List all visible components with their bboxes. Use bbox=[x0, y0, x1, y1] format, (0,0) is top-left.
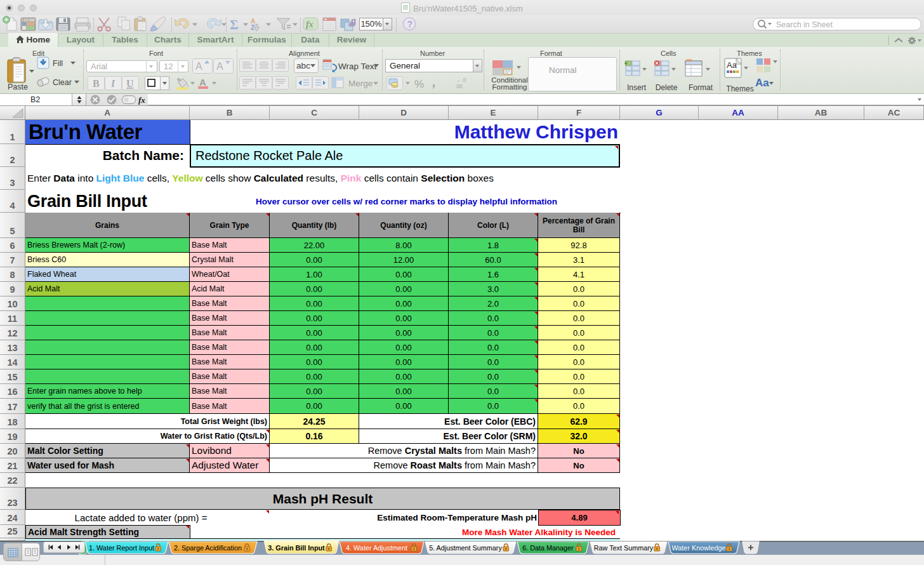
svg-text:Aa: Aa bbox=[755, 77, 769, 89]
svg-text:1. Water Report Input: 1. Water Report Input bbox=[89, 544, 154, 552]
svg-text:Water Knowledge: Water Knowledge bbox=[672, 544, 726, 552]
svg-text:←.0: ←.0 bbox=[456, 77, 466, 83]
svg-text:Merge: Merge bbox=[348, 79, 373, 88]
svg-text:abc: abc bbox=[296, 61, 310, 70]
svg-text:B: B bbox=[93, 78, 100, 89]
svg-text:Wrap Text: Wrap Text bbox=[338, 62, 377, 71]
svg-text:3. Grain Bill Input: 3. Grain Bill Input bbox=[268, 544, 325, 552]
svg-text:,: , bbox=[432, 76, 435, 89]
svg-text:.00: .00 bbox=[455, 83, 463, 90]
svg-text:?: ? bbox=[407, 19, 413, 29]
svg-text:fx: fx bbox=[306, 20, 314, 29]
svg-text:4. Water Adjustment: 4. Water Adjustment bbox=[346, 544, 407, 552]
svg-text:fx: fx bbox=[138, 95, 145, 105]
svg-text:%: % bbox=[414, 78, 424, 90]
svg-text:Fill: Fill bbox=[53, 59, 63, 68]
svg-text:2. Sparge Acidification: 2. Sparge Acidification bbox=[174, 544, 242, 552]
svg-text:Σ: Σ bbox=[230, 17, 239, 32]
svg-text:6. Data Manager: 6. Data Manager bbox=[522, 544, 574, 552]
svg-text:U: U bbox=[126, 78, 134, 89]
svg-text:A: A bbox=[199, 77, 206, 88]
svg-text:Paste: Paste bbox=[8, 83, 28, 91]
svg-text:5. Adjustment Summary: 5. Adjustment Summary bbox=[429, 544, 502, 552]
svg-text:Aa: Aa bbox=[727, 60, 737, 70]
svg-text:A: A bbox=[195, 61, 202, 72]
svg-text:I: I bbox=[110, 78, 116, 89]
svg-text:Clear: Clear bbox=[53, 78, 72, 87]
svg-text:Raw Text Summary: Raw Text Summary bbox=[594, 544, 654, 552]
svg-text:A: A bbox=[216, 61, 223, 72]
